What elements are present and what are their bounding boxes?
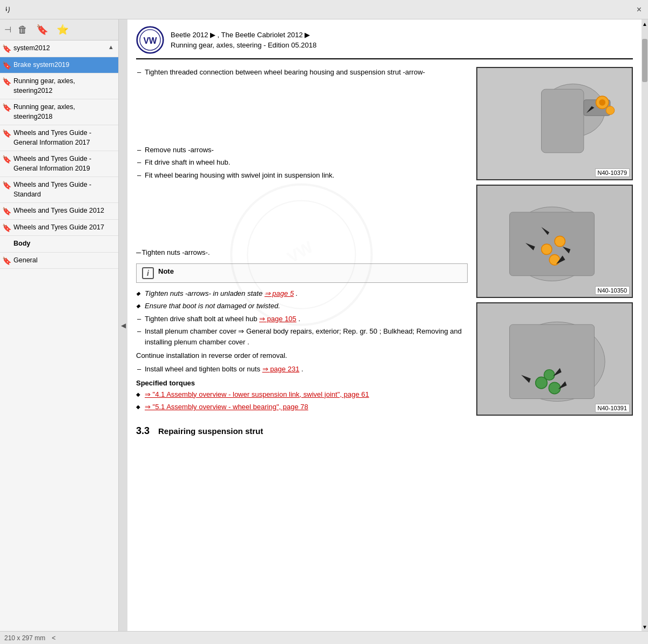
sidebar-item-running-gear-2012[interactable]: 🔖 Running gear, axles, steering2012 [0,73,118,99]
svg-point-28 [549,382,561,394]
torque-link-2: ⇒ "5.1 Assembly overview - wheel bearing… [136,402,468,412]
bookmark-icon: 🔖 [2,256,11,265]
bookmark-icon: 🔖 [2,77,11,86]
bookmark-icon: 🔖 [2,129,11,138]
sidebar-collapse-button[interactable]: ◀ [119,19,127,631]
top-bar: り × [0,0,648,19]
sidebar-item-brake-system2019[interactable]: 🔖 Brake system2019 [0,57,118,74]
torque-link-1-text[interactable]: ⇒ "4.1 Assembly overview - lower suspens… [145,390,369,398]
vw-logo: VW [136,26,164,54]
text-column: VW Tighten threaded connection between w… [136,67,468,444]
image-label-2: N40-10350 [595,286,630,295]
sidebar-item-label: Running gear, axles, steering2018 [14,103,114,121]
note-title: Note [158,267,174,275]
svg-rect-8 [541,89,583,153]
sidebar-item-wheels-info-2017[interactable]: 🔖 Wheels and Tyres Guide - General Infor… [0,125,118,151]
scrollbar-thumb[interactable] [642,39,647,82]
star-button[interactable]: ⭐ [55,23,71,37]
doc-header: VW Beetle 2012 ▶ , The Beetle Cabriolet … [136,26,633,59]
note-bullet-2: Ensure that boot is not damaged or twist… [136,301,468,311]
content-area: VW Beetle 2012 ▶ , The Beetle Cabriolet … [127,19,642,631]
close-button[interactable]: × [634,4,644,16]
bottom-bar: 210 x 297 mm < [0,631,648,644]
note-icon: i [142,267,154,279]
section-number: 3.3 [136,425,150,437]
delete-button[interactable]: 🗑 [16,23,30,37]
scroll-up-button[interactable]: ▲ [642,19,647,28]
sidebar-item-wheels-standard[interactable]: 🔖 Wheels and Tyres Guide - Standard [0,177,118,203]
bookmark-icon: 🔖 [2,103,11,112]
step-4: Fit wheel bearing housing with swivel jo… [136,170,468,181]
sidebar-toolbar: ⊣ 🗑 🔖 ⭐ [0,19,118,40]
sidebar-item-label: General [14,256,37,266]
sidebar-items: 🔖 system2012 ▲ 🔖 Brake system2019 🔖 Runn… [0,40,118,631]
step-install-wheel: Install wheel and tighten bolts or nuts … [136,364,468,375]
content-body: VW Tighten threaded connection between w… [136,67,633,444]
collapse-arrow-icon: ▲ [108,44,114,50]
bookmark-icon: 🔖 [2,223,11,232]
torque-link-2-text[interactable]: ⇒ "5.1 Assembly overview - wheel bearing… [145,403,308,411]
svg-rect-16 [510,212,595,276]
sidebar-item-running-gear-2018[interactable]: 🔖 Running gear, axles, steering2018 [0,99,118,125]
top-bar-icons: × [634,4,644,16]
svg-point-13 [606,106,615,115]
bookmark-icon: 🔖 [2,207,11,215]
sidebar-item-label: Wheels and Tyres Guide - General Informa… [14,128,114,147]
bookmark-icon: 🔖 [2,61,11,70]
doc-title-line2: Running gear, axles, steering - Edition … [171,40,316,51]
sidebar-item-wheels-2012[interactable]: 🔖 Wheels and Tyres Guide 2012 [0,203,118,220]
link-page105[interactable]: ⇒ page 105 [259,315,296,323]
sidebar-item-label: Wheels and Tyres Guide 2012 [14,206,104,216]
sidebar-item-label: Running gear, axles, steering2012 [14,77,114,96]
note-content: Note [158,267,174,275]
svg-point-17 [541,244,552,255]
doc-image-3: N40-10391 [476,302,633,416]
scroll-left-button[interactable]: < [50,633,58,643]
link-page231[interactable]: ⇒ page 231 [262,365,300,373]
torque-link-1: ⇒ "4.1 Assembly overview - lower suspens… [136,389,468,400]
sidebar-item-label: Wheels and Tyres Guide 2017 [14,223,104,233]
continue-text: Continue installation in reverse order o… [136,351,468,360]
step-plenum: Install plenum chamber cover ⇒ General b… [136,326,468,347]
bookmark-add-button[interactable]: 🔖 [34,23,50,37]
doc-title-line1: Beetle 2012 ▶ , The Beetle Cabriolet 201… [171,30,316,40]
svg-point-18 [555,236,565,247]
sidebar-item-system2012[interactable]: 🔖 system2012 ▲ [0,40,118,57]
sidebar-item-wheels-2017[interactable]: 🔖 Wheels and Tyres Guide 2017 [0,220,118,236]
svg-text:VW: VW [143,36,157,45]
step-1: Tighten threaded connection between whee… [136,67,468,78]
note-box: i Note [136,263,468,283]
sidebar-item-label: Body [14,239,30,249]
doc-header-text: Beetle 2012 ▶ , The Beetle Cabriolet 201… [171,30,316,51]
svg-point-19 [549,255,560,266]
doc-image-2: N40-10350 [476,185,633,298]
sidebar: ⊣ 🗑 🔖 ⭐ 🔖 system2012 ▲ 🔖 Brake system201… [0,19,119,631]
sidebar-item-wheels-info-2019[interactable]: 🔖 Wheels and Tyres Guide - General Infor… [0,151,118,177]
image-label-3: N40-10391 [595,404,630,412]
sidebar-item-general[interactable]: 🔖 General [0,253,118,269]
scroll-down-button[interactable]: ▼ [642,622,647,631]
torques-heading: Specified torques [136,379,468,387]
bookmark-icon: 🔖 [2,44,11,53]
link-page5[interactable]: ⇒ page 5 [265,289,294,297]
right-scrollbar[interactable]: ▲ ▼ [642,19,648,631]
top-bar-title: り [4,5,634,15]
main-container: ⊣ 🗑 🔖 ⭐ 🔖 system2012 ▲ 🔖 Brake system201… [0,19,648,631]
sidebar-item-label: Brake system2019 [14,60,70,70]
sidebar-item-label: Wheels and Tyres Guide - General Informa… [14,154,114,173]
page-size: 210 x 297 mm [4,634,45,642]
svg-point-29 [544,370,555,381]
section-title: Repairing suspension strut [158,426,263,436]
bookmark-icon: 🔖 [2,155,11,164]
svg-point-11 [599,99,605,106]
sidebar-item-label: Wheels and Tyres Guide - Standard [14,180,114,199]
note-bullet-1: Tighten nuts -arrows- in unladen state ⇒… [136,288,468,299]
step-driveshaft: Tighten drive shaft bolt at wheel hub ⇒ … [136,314,468,324]
image-label-1: N40-10379 [595,168,630,177]
sidebar-item-body[interactable]: 🔖 Body [0,236,118,253]
sidebar-nav-icon: ⊣ [4,25,11,35]
doc-image-1: N40-10379 [476,67,633,180]
bookmark-icon: 🔖 [2,181,11,189]
images-column: N40-10379 [476,67,633,444]
step-2: Remove nuts -arrows- [136,145,468,155]
